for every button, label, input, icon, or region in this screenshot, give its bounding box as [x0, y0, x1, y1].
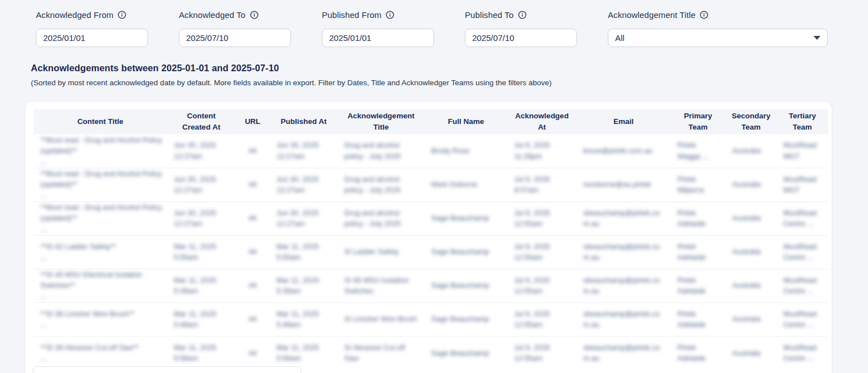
page-title: Acknowledgements between 2025-01-01 and … [31, 63, 838, 73]
cell-text: SI Abrasive Cut-off Saw [344, 342, 405, 364]
cell-text: MustRead MGT [783, 174, 816, 196]
cell-text: **SI 42 Ladder Safety** ... [40, 241, 116, 263]
filter-bar: Acknowledged FromAcknowledged ToPublishe… [36, 9, 828, 47]
cell-text: Australia [732, 246, 761, 257]
table-row: **SI 38 Linisher Wire Brush** ...Mar 11,… [34, 302, 828, 336]
cell-text: Sage Beauchamp [431, 314, 489, 325]
cell-text[interactable]: 44 [248, 246, 256, 257]
filter-group-published-to: Published To [465, 9, 577, 47]
filter-input-published-from[interactable] [322, 29, 434, 47]
cell-text: mosborne@au.pirtek [583, 179, 651, 190]
table-row: **Must read - Drug and Alcohol Policy (u… [34, 168, 828, 201]
cell-text[interactable]: 44 [248, 145, 256, 156]
cell-text: **Must read - Drug and Alcohol Policy (u… [40, 202, 163, 235]
cell-text: Mar 11, 2025 5:55am [174, 241, 216, 263]
cell-text: Jul 9, 2025 12:55am [514, 308, 550, 330]
cell-text: Pirtek Wagga ... [677, 140, 708, 162]
cell-text: MustRead Centre ... [783, 342, 816, 364]
acknowledgements-card: Content TitleContent Created AtURLPublis… [25, 102, 832, 373]
column-header-content-created-at: Content Created At [167, 109, 236, 134]
filter-group-acknowledged-to: Acknowledged To [179, 9, 291, 47]
cell-text: Australia [732, 314, 761, 325]
column-header-primary-team: Primary Team [671, 109, 726, 134]
filter-group-published-from: Published From [322, 9, 434, 47]
cell-text: Brody Rose [431, 145, 469, 156]
column-header-tertiary-team: Tertiary Team [777, 109, 828, 134]
cell-text: Jun 30, 2025 12:27am [276, 174, 318, 196]
select-value: All [615, 33, 625, 43]
cell-text: **Must read - Drug and Alcohol Policy (u… [40, 135, 163, 168]
cell-text: brose@pirtek.com.au [583, 145, 653, 156]
cell-text: sbeauchamp@pirtek.co m.au [583, 208, 660, 229]
cell-text: Sage Beauchamp [431, 246, 489, 257]
cell-text: sbeauchamp@pirtek.co m.au [583, 342, 660, 364]
scrollbar-thumb[interactable] [33, 366, 302, 373]
filter-group-acknowledgement-title: Acknowledgement TitleAll [608, 9, 828, 47]
table-row: **Must read - Drug and Alcohol Policy (u… [34, 134, 828, 168]
cell-text: Mar 11, 2025 5:55am [276, 241, 319, 263]
cell-text: Jul 9, 2025 12:55am [514, 275, 550, 297]
cell-text: Mar 11, 2025 5:48am [276, 308, 319, 330]
cell-text: **SI 39 Abrasive Cut-off Saw** ... [40, 342, 138, 364]
cell-text[interactable]: 44 [248, 348, 256, 359]
cell-text: sbeauchamp@pirtek.co m.au [583, 241, 660, 263]
info-icon[interactable] [700, 11, 708, 19]
cell-text: Sage Beauchamp [431, 280, 489, 291]
cell-text: **Must read - Drug and Alcohol Policy (u… [40, 168, 163, 201]
filter-group-acknowledged-from: Acknowledged From [36, 9, 148, 47]
info-icon[interactable] [118, 11, 126, 19]
cell-text[interactable]: 44 [248, 314, 256, 325]
info-icon[interactable] [518, 11, 527, 19]
column-header-acknowledged-at: Acknowledged At [507, 109, 576, 134]
column-header-acknowledgement-title: Acknowledgement Title [338, 109, 424, 134]
acknowledgements-table: Content TitleContent Created AtURLPublis… [34, 109, 828, 370]
cell-text: Jul 9, 2025 12:55am [514, 208, 550, 229]
filter-input-published-to[interactable] [465, 29, 577, 47]
cell-text[interactable]: 44 [248, 179, 256, 190]
cell-text: Jun 30, 2025 12:27am [276, 208, 318, 229]
cell-text: Jun 30, 2025 12:27am [174, 174, 216, 196]
cell-text: Mar 11, 2025 5:39am [276, 275, 319, 297]
table-row: **Must read - Drug and Alcohol Policy (u… [34, 201, 828, 235]
cell-text: Australia [732, 280, 761, 291]
cell-text: Mar 11, 2025 5:58am [174, 342, 216, 364]
cell-text[interactable]: 44 [248, 213, 256, 224]
cell-text: **SI 45 MSU Electrical Isolation Switche… [40, 269, 163, 302]
cell-text: Jun 30, 2025 12:27am [276, 140, 318, 162]
table-header-row: Content TitleContent Created AtURLPublis… [34, 109, 828, 134]
cell-text: SI 45 MSU Isolation Switches [344, 275, 409, 297]
column-header-content-title: Content Title [34, 109, 167, 134]
cell-text: Pirtek Milperra [677, 174, 704, 196]
info-icon[interactable] [250, 11, 258, 19]
cell-text: Jun 30, 2025 12:27am [174, 140, 216, 162]
cell-text: Drug and alcohol policy - July 2025 [344, 140, 420, 162]
cell-text: sbeauchamp@pirtek.co m.au [583, 275, 660, 297]
cell-text: Mar 11, 2025 5:58am [276, 342, 319, 364]
cell-text: Pirtek Adelaide [677, 241, 706, 263]
filter-label: Acknowledgement Title [608, 10, 695, 20]
cell-text: MustRead Centre ... [783, 208, 816, 229]
cell-text[interactable]: 44 [248, 280, 256, 291]
info-icon[interactable] [386, 11, 394, 19]
cell-text: Pirtek Adelaide [677, 208, 706, 229]
cell-text: Jul 9, 2025 11:28pm [514, 140, 550, 162]
cell-text: Australia [732, 145, 761, 156]
cell-text: Jun 30, 2025 12:27am [174, 208, 216, 229]
filter-input-acknowledged-to[interactable] [179, 29, 291, 47]
filter-select-acknowledgement-title[interactable]: All [608, 29, 828, 47]
cell-text: SI Linisher Wire Brush [344, 314, 417, 325]
cell-text: Jul 9, 2025 8:07am [514, 174, 550, 196]
cell-text: Australia [732, 213, 761, 224]
column-header-email: Email [576, 109, 671, 134]
cell-text: **SI 38 Linisher Wire Brush** ... [40, 308, 135, 330]
filter-label: Acknowledged To [179, 10, 246, 20]
cell-text: Drug and alcohol policy - July 2025 [344, 208, 420, 229]
cell-text: MustRead Centre ... [783, 308, 816, 330]
filter-input-acknowledged-from[interactable] [36, 29, 148, 47]
filter-label: Acknowledged From [36, 10, 113, 20]
cell-text: sbeauchamp@pirtek.co m.au [583, 308, 660, 330]
horizontal-scrollbar[interactable] [33, 366, 827, 373]
table-row: **SI 45 MSU Electrical Isolation Switche… [34, 269, 828, 302]
cell-text: Sage Beauchamp [431, 213, 489, 224]
table-row: **SI 42 Ladder Safety** ...Mar 11, 2025 … [34, 235, 828, 269]
